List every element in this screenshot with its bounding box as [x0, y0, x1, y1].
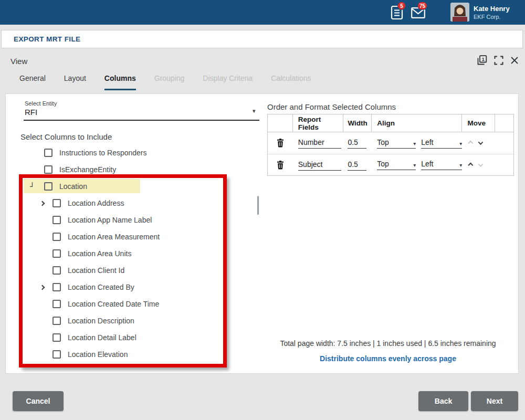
- column-header-extra: [495, 114, 513, 132]
- entity-select-label: Select Entity: [25, 100, 57, 107]
- tree-item[interactable]: Location Client Id: [40, 262, 245, 279]
- tree-item-label: Location Detail Label: [68, 333, 136, 342]
- chevron-down-icon[interactable]: ▾: [253, 108, 256, 114]
- tree-item[interactable]: Location Area Measurement: [40, 228, 245, 245]
- horizontal-align-select[interactable]: Left▾: [421, 138, 462, 149]
- avatar: [450, 3, 469, 22]
- user-org: EKF Corp.: [474, 14, 510, 20]
- width-cell: 0.5: [343, 138, 372, 149]
- tab-grouping: Grouping: [154, 74, 185, 90]
- tree-item[interactable]: Instructions to Responders: [30, 144, 245, 161]
- tree-item-label: IsExchangeEntity: [59, 165, 116, 174]
- tree-item-label: Location Created Date Time: [68, 300, 159, 308]
- tree-item[interactable]: Location Detail Label: [40, 329, 245, 346]
- tree-item-label: Location Client Id: [68, 266, 124, 275]
- tree-item[interactable]: Location Created Date Time: [40, 296, 245, 312]
- chevron-down-icon: ▾: [413, 141, 416, 146]
- tab-general[interactable]: General: [19, 74, 46, 90]
- order-format-heading: Order and Format Selected Columns: [267, 102, 396, 111]
- column-header-width: Width: [343, 114, 372, 132]
- tab-display-criteria: Display Criteria: [203, 74, 253, 90]
- checkbox[interactable]: [52, 233, 61, 241]
- svg-text:1: 1: [482, 57, 485, 62]
- mail-notification-badge: 75: [417, 2, 427, 10]
- collapse-tree-icon[interactable]: ┘: [30, 182, 44, 191]
- vertical-align-select[interactable]: Top▾: [377, 138, 416, 149]
- checkbox[interactable]: [52, 249, 61, 258]
- chevron-down-icon: ▾: [459, 162, 462, 168]
- move-down-icon[interactable]: [479, 141, 482, 145]
- expand-tree-icon[interactable]: [40, 202, 52, 205]
- horizontal-align-select[interactable]: Left▾: [421, 160, 462, 170]
- report-field-cell: Number: [293, 138, 344, 149]
- column-header-align: Align: [372, 114, 462, 132]
- width-input[interactable]: 0.5: [348, 138, 366, 149]
- checkbox[interactable]: [44, 165, 52, 174]
- user-menu[interactable]: Kate Henry EKF Corp.: [450, 3, 510, 22]
- column-list: Instructions to RespondersIsExchangeEnti…: [19, 144, 245, 363]
- trash-icon[interactable]: [277, 161, 284, 170]
- checkbox[interactable]: [52, 333, 61, 342]
- move-cell: [462, 141, 495, 145]
- checkbox[interactable]: [52, 216, 61, 224]
- tree-item-label: Location App Name Label: [68, 216, 152, 224]
- close-icon[interactable]: [510, 56, 519, 65]
- report-field-input[interactable]: Subject: [298, 160, 341, 171]
- checkbox[interactable]: [52, 199, 61, 207]
- tree-item-label: Location Description: [68, 317, 134, 325]
- expand-tree-icon[interactable]: [40, 286, 52, 289]
- tree-item-label: Location Address: [68, 199, 124, 207]
- horizontal-align-value: Left: [421, 160, 433, 168]
- align-cell: Top▾Left▾: [372, 160, 462, 170]
- tree-item-label: Location Area Units: [68, 249, 131, 258]
- move-up-icon: [467, 141, 471, 145]
- checkbox[interactable]: [52, 266, 61, 275]
- tree-item[interactable]: IsExchangeEntity: [30, 161, 245, 178]
- tree-item[interactable]: ┘Location: [30, 178, 245, 195]
- checkbox[interactable]: [44, 149, 52, 157]
- document-notification-badge: 5: [397, 2, 406, 10]
- next-button[interactable]: Next: [471, 391, 518, 411]
- selected-columns-table: Report Fields Width Align Move Number0.5…: [267, 114, 514, 176]
- vertical-align-select[interactable]: Top▾: [377, 160, 416, 170]
- page-width-summary: Total page width: 7.5 inches | 1 inches …: [267, 339, 509, 348]
- top-navigation-bar: 5 75 Kate Henry EKF Corp.: [0, 0, 525, 25]
- checkbox[interactable]: [44, 182, 52, 191]
- duplicate-page-icon[interactable]: 1: [477, 55, 487, 65]
- list-scrollbar-thumb[interactable]: [257, 196, 259, 215]
- entity-select-value[interactable]: RFI: [25, 108, 37, 117]
- tab-layout[interactable]: Layout: [64, 74, 86, 90]
- tab-columns[interactable]: Columns: [104, 74, 136, 90]
- table-row: Subject0.5Top▾Left▾: [268, 154, 513, 175]
- tree-item[interactable]: Location App Name Label: [40, 212, 245, 228]
- page-title-bar: EXPORT MRT FILE: [1, 30, 523, 48]
- tree-item-label: Location: [59, 182, 87, 191]
- user-name: Kate Henry: [474, 5, 510, 13]
- tree-item[interactable]: Location Description: [40, 312, 245, 329]
- tree-item-label: Instructions to Responders: [59, 149, 147, 157]
- dialog-tabs: General Layout Columns Grouping Display …: [19, 74, 311, 90]
- checkbox[interactable]: [52, 317, 61, 325]
- width-input[interactable]: 0.5: [348, 160, 366, 171]
- chevron-down-icon: ▾: [459, 141, 462, 146]
- column-header-move: Move: [462, 114, 495, 132]
- back-button[interactable]: Back: [418, 391, 468, 411]
- checkbox[interactable]: [52, 300, 61, 308]
- tree-item[interactable]: Location Created By: [40, 279, 245, 296]
- move-cell: [462, 163, 495, 167]
- report-field-input[interactable]: Number: [298, 138, 341, 149]
- tree-item[interactable]: Location Area Units: [40, 245, 245, 262]
- fullscreen-icon[interactable]: [494, 56, 503, 65]
- align-cell: Top▾Left▾: [372, 138, 462, 149]
- tree-item[interactable]: Location Address: [40, 195, 245, 212]
- cancel-button[interactable]: Cancel: [13, 391, 64, 411]
- checkbox[interactable]: [52, 283, 61, 291]
- checkbox[interactable]: [52, 350, 61, 359]
- trash-icon[interactable]: [277, 139, 284, 148]
- columns-tab-panel: Select Entity RFI ▾ Select Columns to In…: [5, 93, 519, 374]
- column-header-delete: [268, 114, 293, 132]
- distribute-columns-link[interactable]: Distribute columns evenly across page: [267, 354, 509, 363]
- dialog-title: View: [10, 57, 27, 66]
- move-up-icon[interactable]: [467, 163, 471, 167]
- tree-item[interactable]: Location Elevation: [40, 346, 245, 363]
